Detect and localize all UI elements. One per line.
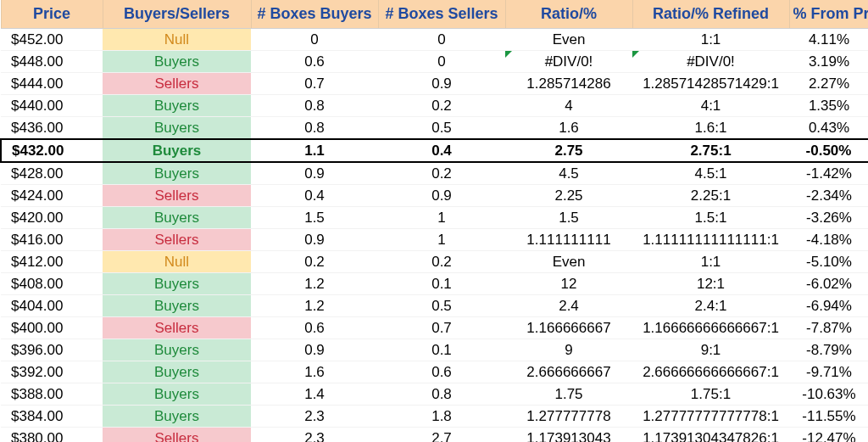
cell-pct-from-price[interactable]: -6.94% (789, 295, 868, 317)
cell-boxes-sellers[interactable]: 0.5 (378, 117, 505, 140)
cell-price[interactable]: $428.00 (1, 162, 103, 185)
cell-boxes-buyers[interactable]: 1.5 (251, 207, 378, 229)
cell-boxes-sellers[interactable]: 2.7 (378, 428, 505, 443)
cell-buyers-sellers[interactable]: Buyers (103, 406, 251, 428)
cell-buyers-sellers[interactable]: Buyers (103, 207, 251, 229)
cell-boxes-buyers[interactable]: 1.1 (251, 139, 378, 162)
cell-ratio-refined[interactable]: 1.5:1 (632, 207, 789, 229)
table-row[interactable]: $428.00Buyers0.90.24.54.5:1-1.42% (1, 162, 868, 185)
cell-ratio[interactable]: 2.25 (505, 185, 632, 207)
cell-boxes-buyers[interactable]: 0.9 (251, 229, 378, 251)
table-row[interactable]: $380.00Sellers2.32.71.1739130431.1739130… (1, 428, 868, 443)
cell-ratio[interactable]: Even (505, 251, 632, 273)
cell-pct-from-price[interactable]: 0.43% (789, 117, 868, 140)
cell-boxes-buyers[interactable]: 1.6 (251, 361, 378, 383)
cell-ratio[interactable]: 1.285714286 (505, 73, 632, 95)
table-row[interactable]: $416.00Sellers0.911.1111111111.111111111… (1, 229, 868, 251)
cell-boxes-buyers[interactable]: 0.4 (251, 185, 378, 207)
col-header-ratio[interactable]: Ratio/% (505, 0, 632, 29)
cell-pct-from-price[interactable]: -3.26% (789, 207, 868, 229)
cell-boxes-buyers[interactable]: 0.8 (251, 95, 378, 117)
cell-boxes-sellers[interactable]: 1 (378, 207, 505, 229)
cell-buyers-sellers[interactable]: Buyers (103, 361, 251, 383)
cell-ratio-refined[interactable]: 1.28571428571429:1 (632, 73, 789, 95)
cell-buyers-sellers[interactable]: Sellers (103, 428, 251, 443)
cell-ratio[interactable]: 1.75 (505, 383, 632, 406)
cell-ratio[interactable]: 1.6 (505, 117, 632, 140)
cell-price[interactable]: $436.00 (1, 117, 103, 140)
cell-buyers-sellers[interactable]: Buyers (103, 139, 251, 162)
cell-price[interactable]: $448.00 (1, 51, 103, 73)
cell-ratio[interactable]: #DIV/0! (505, 51, 632, 73)
col-header-boxes-buyers[interactable]: # Boxes Buyers (251, 0, 378, 29)
cell-buyers-sellers[interactable]: Buyers (103, 51, 251, 73)
cell-pct-from-price[interactable]: -5.10% (789, 251, 868, 273)
cell-boxes-sellers[interactable]: 0 (378, 51, 505, 73)
cell-price[interactable]: $400.00 (1, 317, 103, 339)
cell-pct-from-price[interactable]: 2.27% (789, 73, 868, 95)
table-row[interactable]: $392.00Buyers1.60.62.6666666672.66666666… (1, 361, 868, 383)
cell-buyers-sellers[interactable]: Sellers (103, 73, 251, 95)
cell-boxes-buyers[interactable]: 0.6 (251, 51, 378, 73)
cell-pct-from-price[interactable]: -12.47% (789, 428, 868, 443)
cell-ratio-refined[interactable]: 2.66666666666667:1 (632, 361, 789, 383)
cell-ratio[interactable]: 1.111111111 (505, 229, 632, 251)
cell-boxes-sellers[interactable]: 0.9 (378, 73, 505, 95)
cell-buyers-sellers[interactable]: Sellers (103, 185, 251, 207)
cell-ratio[interactable]: Even (505, 29, 632, 51)
cell-boxes-sellers[interactable]: 0 (378, 29, 505, 51)
col-header-ratio-refined[interactable]: Ratio/% Refined (632, 0, 789, 29)
cell-pct-from-price[interactable]: -1.42% (789, 162, 868, 185)
cell-ratio-refined[interactable]: 1.75:1 (632, 383, 789, 406)
cell-boxes-sellers[interactable]: 0.5 (378, 295, 505, 317)
cell-ratio-refined[interactable]: #DIV/0! (632, 51, 789, 73)
cell-pct-from-price[interactable]: 3.19% (789, 51, 868, 73)
cell-ratio[interactable]: 12 (505, 273, 632, 295)
cell-boxes-sellers[interactable]: 0.2 (378, 162, 505, 185)
cell-buyers-sellers[interactable]: Buyers (103, 273, 251, 295)
cell-ratio[interactable]: 1.166666667 (505, 317, 632, 339)
cell-boxes-buyers[interactable]: 0.2 (251, 251, 378, 273)
cell-pct-from-price[interactable]: -8.79% (789, 339, 868, 361)
table-row[interactable]: $424.00Sellers0.40.92.252.25:1-2.34% (1, 185, 868, 207)
table-row[interactable]: $440.00Buyers0.80.244:11.35% (1, 95, 868, 117)
cell-price[interactable]: $420.00 (1, 207, 103, 229)
cell-boxes-sellers[interactable]: 0.1 (378, 273, 505, 295)
col-header-pct-from-price[interactable]: % From Price (789, 0, 868, 29)
cell-buyers-sellers[interactable]: Buyers (103, 117, 251, 140)
cell-ratio-refined[interactable]: 2.75:1 (632, 139, 789, 162)
cell-ratio-refined[interactable]: 1.6:1 (632, 117, 789, 140)
cell-ratio-refined[interactable]: 1:1 (632, 29, 789, 51)
cell-boxes-buyers[interactable]: 0 (251, 29, 378, 51)
cell-buyers-sellers[interactable]: Null (103, 251, 251, 273)
cell-price[interactable]: $396.00 (1, 339, 103, 361)
cell-boxes-sellers[interactable]: 0.7 (378, 317, 505, 339)
cell-pct-from-price[interactable]: -7.87% (789, 317, 868, 339)
cell-ratio[interactable]: 4 (505, 95, 632, 117)
cell-price[interactable]: $432.00 (1, 139, 103, 162)
cell-boxes-buyers[interactable]: 0.8 (251, 117, 378, 140)
cell-buyers-sellers[interactable]: Sellers (103, 317, 251, 339)
cell-price[interactable]: $404.00 (1, 295, 103, 317)
table-row[interactable]: $412.00Null0.20.2Even1:1-5.10% (1, 251, 868, 273)
cell-boxes-sellers[interactable]: 0.2 (378, 95, 505, 117)
cell-buyers-sellers[interactable]: Buyers (103, 339, 251, 361)
cell-buyers-sellers[interactable]: Null (103, 29, 251, 51)
table-row[interactable]: $384.00Buyers2.31.81.2777777781.27777777… (1, 406, 868, 428)
cell-boxes-buyers[interactable]: 2.3 (251, 428, 378, 443)
table-row[interactable]: $400.00Sellers0.60.71.1666666671.1666666… (1, 317, 868, 339)
cell-ratio-refined[interactable]: 1.11111111111111:1 (632, 229, 789, 251)
cell-boxes-buyers[interactable]: 1.4 (251, 383, 378, 406)
cell-boxes-sellers[interactable]: 1 (378, 229, 505, 251)
table-row[interactable]: $452.00Null00Even1:14.11% (1, 29, 868, 51)
table-row[interactable]: $408.00Buyers1.20.11212:1-6.02% (1, 273, 868, 295)
table-row[interactable]: $404.00Buyers1.20.52.42.4:1-6.94% (1, 295, 868, 317)
cell-price[interactable]: $412.00 (1, 251, 103, 273)
table-row[interactable]: $444.00Sellers0.70.91.2857142861.2857142… (1, 73, 868, 95)
cell-price[interactable]: $444.00 (1, 73, 103, 95)
cell-ratio[interactable]: 1.5 (505, 207, 632, 229)
cell-boxes-sellers[interactable]: 0.9 (378, 185, 505, 207)
cell-boxes-sellers[interactable]: 0.2 (378, 251, 505, 273)
cell-boxes-sellers[interactable]: 0.6 (378, 361, 505, 383)
cell-ratio[interactable]: 2.666666667 (505, 361, 632, 383)
